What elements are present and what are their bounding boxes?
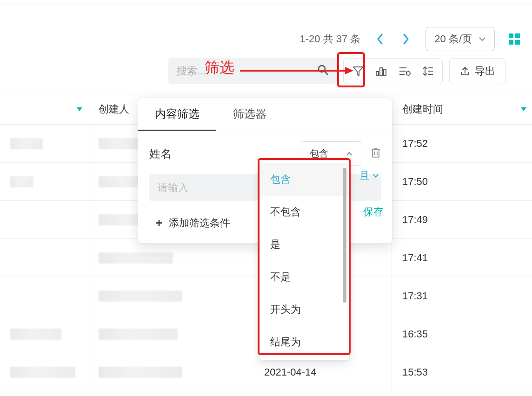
export-button[interactable]: 导出 <box>449 58 506 84</box>
dropdown-option[interactable]: 是 <box>260 228 349 261</box>
plus-icon: + <box>156 217 162 230</box>
line-height-icon[interactable] <box>421 64 435 78</box>
blurred-cell <box>10 138 43 149</box>
chart-icon[interactable] <box>374 64 388 78</box>
dropdown-option[interactable]: 不包含 <box>260 196 349 228</box>
save-filter-button[interactable]: 保存 <box>363 205 384 219</box>
upload-icon <box>460 66 470 76</box>
svg-rect-1 <box>515 33 520 38</box>
settings-list-icon[interactable] <box>398 64 412 78</box>
export-label: 导出 <box>475 64 495 78</box>
and-or-toggle[interactable]: 且 <box>359 169 379 183</box>
blurred-cell <box>99 138 140 149</box>
blurred-cell <box>99 367 182 378</box>
chevron-up-icon <box>346 150 352 158</box>
svg-line-5 <box>324 71 327 74</box>
filter-icon[interactable] <box>351 64 365 78</box>
dropdown-icon[interactable] <box>77 107 82 111</box>
svg-rect-2 <box>509 40 513 45</box>
search-input-wrap[interactable] <box>168 58 337 84</box>
svg-rect-7 <box>380 68 382 76</box>
dropdown-option[interactable]: 不是 <box>260 261 349 293</box>
th-create-time[interactable]: 创建时间 <box>392 102 532 116</box>
svg-rect-6 <box>376 72 379 76</box>
tab-content-filter[interactable]: 内容筛选 <box>138 98 216 131</box>
tab-filter-device[interactable]: 筛选器 <box>216 98 283 131</box>
search-icon[interactable] <box>317 64 328 78</box>
delete-filter-icon[interactable] <box>371 147 381 160</box>
svg-rect-3 <box>515 40 520 45</box>
svg-rect-22 <box>372 150 379 157</box>
blurred-cell <box>10 176 33 187</box>
blurred-cell <box>99 290 182 302</box>
page-size-label: 20 条/页 <box>434 32 472 46</box>
grid-view-icon[interactable] <box>508 33 521 46</box>
svg-rect-0 <box>509 33 513 38</box>
chevron-down-icon <box>479 36 486 42</box>
blurred-cell <box>10 367 75 378</box>
pager-next[interactable] <box>399 33 412 46</box>
pager-range: 1-20 共 37 条 <box>299 32 360 46</box>
scrollbar-thumb[interactable] <box>343 168 346 303</box>
blurred-cell <box>99 329 178 340</box>
page-size-select[interactable]: 20 条/页 <box>426 27 495 51</box>
dropdown-option[interactable]: 包含 <box>260 163 349 196</box>
blurred-cell <box>99 252 173 264</box>
pager-prev[interactable] <box>373 33 386 46</box>
blurred-cell <box>10 329 61 340</box>
svg-rect-8 <box>384 70 386 76</box>
chevron-down-icon <box>372 173 379 178</box>
dropdown-option[interactable]: 开头为 <box>260 293 349 326</box>
search-input[interactable] <box>177 65 317 77</box>
operator-dropdown: 包含 不包含 是 不是 开头为 结尾为 <box>259 161 350 361</box>
filter-field-label: 姓名 <box>149 146 191 161</box>
svg-point-12 <box>406 72 410 75</box>
dropdown-option[interactable]: 结尾为 <box>260 326 349 358</box>
dropdown-icon[interactable] <box>521 107 526 111</box>
